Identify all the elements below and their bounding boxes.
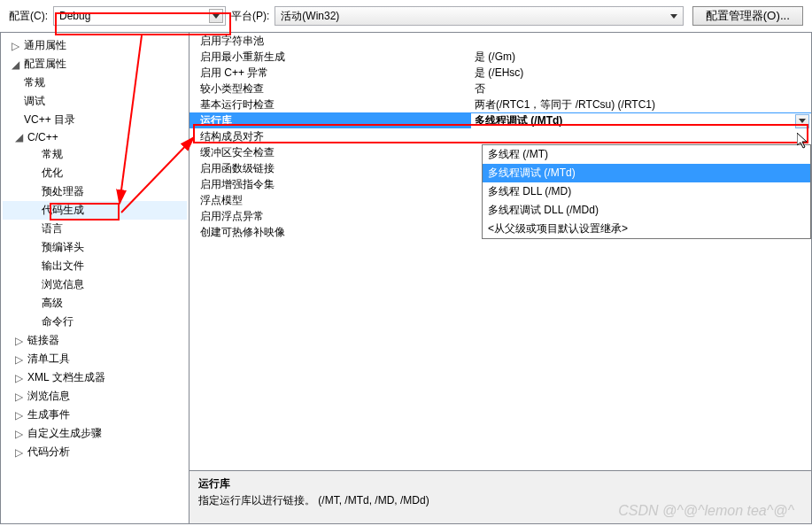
config-label: 配置(C): xyxy=(9,9,48,24)
caret-icon: ▷ xyxy=(13,391,24,403)
chevron-down-icon xyxy=(667,9,681,23)
platform-dropdown[interactable]: 活动(Win32) xyxy=(275,6,683,26)
tree-panel: ▷通用属性 ◢配置属性 常规 调试 VC++ 目录 ◢C/C++ 常规 优化 预… xyxy=(0,32,189,524)
caret-icon: ▷ xyxy=(13,353,24,366)
opt-mt[interactable]: 多线程 (/MT) xyxy=(483,145,810,164)
watermark: CSDN @^@^lemon tea^@^ xyxy=(618,503,794,519)
caret-icon: ▷ xyxy=(13,372,24,384)
tree-cpp-output[interactable]: 输出文件 xyxy=(3,257,187,275)
tree-vcpp-dirs[interactable]: VC++ 目录 xyxy=(3,111,187,129)
properties-grid: 启用字符串池 启用最小重新生成是 (/Gm) 启用 C++ 异常是 (/EHsc… xyxy=(189,33,811,470)
tree-general-properties[interactable]: ▷通用属性 xyxy=(3,36,187,55)
tree-cpp-optimize[interactable]: 优化 xyxy=(3,164,187,182)
prop-string-pool[interactable]: 启用字符串池 xyxy=(189,33,811,49)
tree-cpp-pch[interactable]: 预编译头 xyxy=(3,238,187,257)
prop-min-rebuild[interactable]: 启用最小重新生成是 (/Gm) xyxy=(189,49,811,65)
caret-down-icon: ◢ xyxy=(10,58,20,71)
config-manager-button[interactable]: 配置管理器(O)... xyxy=(692,6,803,26)
prop-runtime-lib[interactable]: 运行库多线程调试 (/MTd) xyxy=(189,112,811,128)
tree-config-properties[interactable]: ◢配置属性 xyxy=(3,55,187,73)
tree-browse2[interactable]: ▷浏览信息 xyxy=(3,387,187,406)
tree-cpp-cmdline[interactable]: 命令行 xyxy=(3,313,187,331)
prop-struct-align[interactable]: 结构成员对齐 xyxy=(189,128,811,144)
opt-inherit[interactable]: <从父级或项目默认设置继承> xyxy=(483,220,810,238)
runtime-lib-dropdown[interactable]: 多线程 (/MT) 多线程调试 (/MTd) 多线程 DLL (/MD) 多线程… xyxy=(482,144,811,239)
chevron-down-icon xyxy=(209,9,223,23)
platform-label: 平台(P): xyxy=(231,9,269,24)
tree-cpp-general[interactable]: 常规 xyxy=(3,145,187,164)
prop-small-type[interactable]: 较小类型检查否 xyxy=(189,81,811,97)
opt-md[interactable]: 多线程 DLL (/MD) xyxy=(483,182,810,201)
tree-cpp-preproc[interactable]: 预处理器 xyxy=(3,182,187,201)
tree-manifest[interactable]: ▷清单工具 xyxy=(3,350,187,368)
caret-icon: ▷ xyxy=(10,40,20,52)
caret-icon: ▷ xyxy=(13,446,24,459)
tree-cpp-advanced[interactable]: 高级 xyxy=(3,294,187,313)
tree-linker[interactable]: ▷链接器 xyxy=(3,331,187,350)
tree-general[interactable]: 常规 xyxy=(3,73,187,92)
cursor-icon xyxy=(797,133,811,151)
tree-code-analysis[interactable]: ▷代码分析 xyxy=(3,443,187,461)
caret-icon: ▷ xyxy=(13,409,24,422)
caret-icon: ▷ xyxy=(13,335,24,347)
tree-cpp-codegen[interactable]: 代码生成 xyxy=(3,201,187,220)
chevron-down-icon[interactable] xyxy=(795,114,809,128)
config-dropdown[interactable]: Debug xyxy=(53,6,226,26)
tree-cpp[interactable]: ◢C/C++ xyxy=(3,129,187,145)
caret-down-icon: ◢ xyxy=(13,131,24,143)
desc-title: 运行库 xyxy=(198,476,802,491)
platform-value: 活动(Win32) xyxy=(281,9,339,24)
tree-cpp-lang[interactable]: 语言 xyxy=(3,220,187,238)
caret-icon: ▷ xyxy=(13,428,24,440)
tree-xmldoc[interactable]: ▷XML 文档生成器 xyxy=(3,368,187,387)
tree-cpp-browse[interactable]: 浏览信息 xyxy=(3,275,187,294)
tree-debug[interactable]: 调试 xyxy=(3,92,187,111)
opt-mtd[interactable]: 多线程调试 (/MTd) xyxy=(483,164,810,182)
prop-cpp-except[interactable]: 启用 C++ 异常是 (/EHsc) xyxy=(189,65,811,81)
opt-mdd[interactable]: 多线程调试 DLL (/MDd) xyxy=(483,201,810,220)
tree-buildevents[interactable]: ▷生成事件 xyxy=(3,406,187,424)
prop-runtime-checks[interactable]: 基本运行时检查两者(/RTC1，等同于 /RTCsu) (/RTC1) xyxy=(189,97,811,112)
config-value: Debug xyxy=(59,10,90,22)
tree-custom-build[interactable]: ▷自定义生成步骤 xyxy=(3,424,187,443)
